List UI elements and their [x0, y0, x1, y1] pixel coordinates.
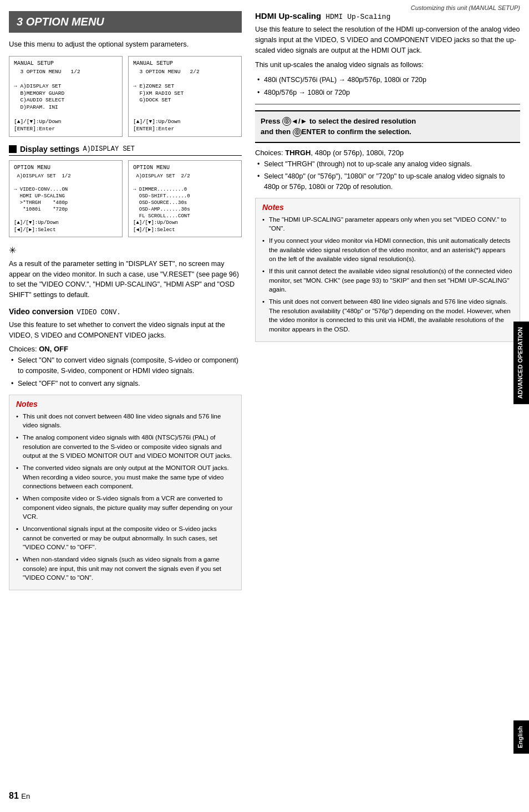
video-notes-list: This unit does not convert between 480 l… — [16, 412, 235, 583]
circle-btn-nav: ⓪ — [282, 117, 291, 126]
video-conversion-mono: VIDEO CONV. — [77, 309, 120, 316]
hdmi-notes-title: Notes — [262, 203, 513, 212]
circle-btn-enter: ⓪ — [293, 128, 302, 137]
hdmi-note-1: The "HDMI UP-SCALING" parameter appears … — [262, 215, 513, 233]
video-conversion-heading: Video conversion VIDEO CONV. — [9, 307, 242, 316]
hdmi-intro: Use this feature to select the resolutio… — [255, 24, 520, 55]
video-note-6: When non-standard video signals (such as… — [16, 555, 235, 583]
square-icon — [9, 145, 17, 153]
hdmi-mono: HDMI Up-Scaling — [325, 13, 390, 21]
hdmi-label: HDMI Up-scaling — [255, 11, 321, 21]
tip-text: As a result of the parameter setting in … — [9, 259, 242, 300]
hdmi-upscale-bullet-2: 480p/576p → 1080i or 720p — [255, 88, 520, 98]
screen-box-1: MANUAL SETUP 3 OPTION MENU 1/2 → A)DISPL… — [9, 56, 123, 136]
tip-section: ✳ As a result of the parameter setting i… — [9, 245, 242, 300]
top-screen-boxes: MANUAL SETUP 3 OPTION MENU 1/2 → A)DISPL… — [9, 56, 242, 136]
display-screen-1: OPTION MENU A)DISPLAY SET 1/2 → VIDEO-CO… — [9, 160, 123, 237]
english-tab: English — [513, 721, 529, 754]
display-screen-boxes: OPTION MENU A)DISPLAY SET 1/2 → VIDEO-CO… — [9, 160, 242, 237]
video-conversion-label: Video conversion — [9, 307, 73, 316]
screen-title-2: MANUAL SETUP — [133, 60, 237, 68]
hdmi-choice-bullet-2: Select "480p" (or "576p"), "1080i" or "7… — [255, 171, 520, 192]
section-title: 3 OPTION MENU — [9, 11, 242, 33]
display-screen-2: OPTION MENU A)DISPLAY SET 2/2 → DIMMER..… — [128, 160, 242, 237]
display-screen-title-1: OPTION MENU — [14, 164, 118, 172]
screen-box-2: MANUAL SETUP 3 OPTION MENU 2/2 → E)ZONE2… — [128, 56, 242, 136]
video-note-2: The analog component video signals with … — [16, 433, 235, 461]
section-intro: Use this menu to adjust the optional sys… — [9, 39, 242, 49]
video-note-1: This unit does not convert between 480 l… — [16, 412, 235, 430]
video-choices-label: Choices: ON, OFF — [9, 345, 242, 353]
right-column: HDMI Up-scaling HDMI Up-Scaling Use this… — [253, 11, 520, 596]
hdmi-upscale-bullet-1: 480i (NTSC)/576i (PAL) → 480p/576p, 1080… — [255, 75, 520, 85]
press-instruction: Press ⓪◄/► to select the desired resolut… — [255, 110, 520, 143]
page-number: 81 En — [9, 791, 30, 801]
video-note-3: The converted video signals are only out… — [16, 463, 235, 491]
hdmi-choice-bullets: Select "THRGH" (through) not to up-scale… — [255, 159, 520, 192]
hdmi-heading: HDMI Up-scaling HDMI Up-Scaling — [255, 11, 520, 21]
hdmi-upscale-intro: This unit up-scales the analog video sig… — [255, 60, 520, 70]
hdmi-notes-list: The "HDMI UP-SCALING" parameter appears … — [262, 215, 513, 334]
tip-icon: ✳ — [9, 245, 242, 256]
hdmi-notes-section: Notes The "HDMI UP-SCALING" parameter ap… — [255, 198, 520, 342]
video-note-5: Unconventional signals input at the comp… — [16, 524, 235, 552]
display-settings-heading: Display settings A)DISPLAY SET — [9, 145, 242, 156]
video-bullets: Select "ON" to convert video signals (co… — [9, 355, 242, 389]
display-settings-label: Display settings — [20, 145, 79, 154]
display-settings-mono: A)DISPLAY SET — [83, 145, 135, 153]
video-conversion-intro: Use this feature to set whether to conve… — [9, 320, 242, 341]
page-header: Customizing this unit (MANUAL SETUP) — [411, 4, 520, 11]
left-column: 3 OPTION MENU Use this menu to adjust th… — [9, 11, 253, 596]
hdmi-choices-label: Choices: THRGH, 480p (or 576p), 1080i, 7… — [255, 149, 520, 157]
video-notes-title: Notes — [16, 400, 235, 408]
hdmi-note-4: This unit does not convert between 480 l… — [262, 297, 513, 334]
hdmi-note-3: If this unit cannot detect the available… — [262, 267, 513, 294]
screen-title-1: MANUAL SETUP — [14, 60, 118, 68]
video-note-4: When composite video or S-video signals … — [16, 494, 235, 522]
hdmi-note-2: If you connect your video monitor via HD… — [262, 236, 513, 264]
hdmi-upscale-bullets: 480i (NTSC)/576i (PAL) → 480p/576p, 1080… — [255, 75, 520, 98]
video-bullet-2: Select "OFF" not to convert any signals. — [9, 379, 242, 389]
hdmi-choice-bullet-1: Select "THRGH" (through) not to up-scale… — [255, 159, 520, 170]
advanced-operation-tab: ADVANCED OPERATION — [513, 321, 529, 404]
video-bullet-1: Select "ON" to convert video signals (co… — [9, 355, 242, 376]
video-notes-section: Notes This unit does not convert between… — [9, 395, 242, 590]
display-screen-title-2: OPTION MENU — [133, 164, 237, 172]
